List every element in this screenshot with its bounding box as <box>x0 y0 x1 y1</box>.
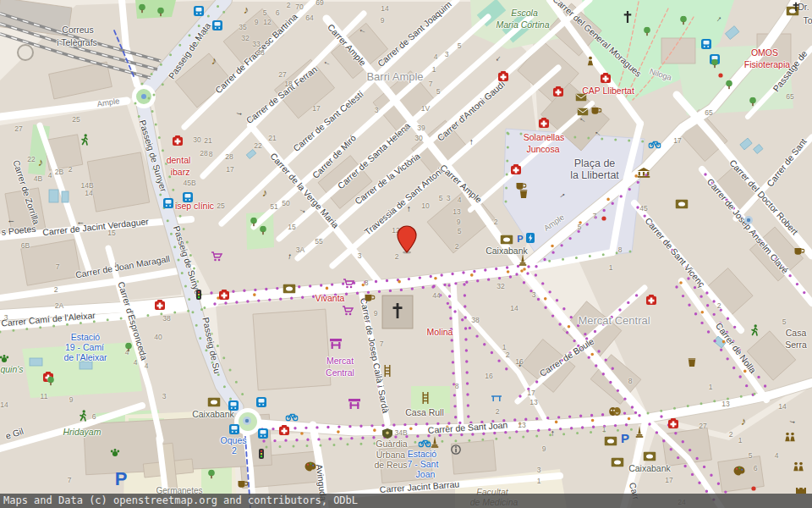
cup-icon <box>794 247 805 256</box>
house-number: 9 <box>457 218 461 226</box>
house-number: 2 <box>69 166 73 174</box>
house-number: 39 <box>417 124 425 132</box>
house-number: 8 <box>455 383 459 390</box>
house-number: 1 <box>537 478 541 485</box>
bus-icon <box>701 39 711 49</box>
house-number: 2 <box>729 431 733 439</box>
place-label: Joan <box>416 470 436 479</box>
street-label: Carrer d'Espronceda <box>117 280 149 361</box>
house-number: 9 <box>381 17 385 25</box>
place-label: Fisioterapia <box>744 60 790 69</box>
pharmacy-icon <box>668 418 679 429</box>
house-number: 4B <box>34 175 42 183</box>
place-label: Oques <box>221 436 247 445</box>
house-number: 21 <box>268 135 276 142</box>
house-number: 3 <box>375 107 379 114</box>
house-number: 4 <box>434 53 438 61</box>
street-label: Carrer Camí de l'Aleixar <box>1 311 96 328</box>
street-label: Passeig de Mata <box>167 21 211 80</box>
cup-icon <box>591 107 602 115</box>
house-number: 6B <box>21 242 30 250</box>
pharmacy-icon <box>155 300 166 311</box>
place-label: Hridayam <box>63 428 102 437</box>
traffic-icon <box>196 290 201 300</box>
house-number: 3 <box>162 393 167 400</box>
oneway-arrow-icon: → <box>466 138 475 146</box>
house-number: 25 <box>217 202 224 210</box>
place-label: CAP Llibertat <box>582 86 634 96</box>
location-marker[interactable] <box>396 225 418 257</box>
cart-icon <box>343 279 354 290</box>
street-label: Carrer de Miró <box>310 133 357 179</box>
atm-icon <box>644 452 656 461</box>
museum-icon <box>638 168 650 178</box>
bus-icon <box>183 192 193 202</box>
place-label: Caixabank <box>486 246 528 256</box>
street-label: Carrer del General Moragues <box>551 0 644 79</box>
tree-icon <box>125 343 133 352</box>
house-number: 3 <box>537 467 541 474</box>
house-number: 5 <box>458 228 462 235</box>
house-number: 44 <box>432 292 440 300</box>
map-canvas[interactable]: AmplePasseig de MataCarrer de Francesc B… <box>0 0 812 508</box>
palette-icon <box>733 466 745 476</box>
house-number: 2 <box>287 2 291 9</box>
street-label: Carrer de Nolla <box>714 321 757 374</box>
street-label: Carrer de Josep Cailà i Sardà <box>359 297 391 414</box>
oneway-arrow-icon: → <box>787 416 798 426</box>
street-label: Passeig de Sunyer <box>138 119 168 192</box>
house-number: 30 <box>193 136 200 144</box>
house-number: 50 <box>282 200 289 207</box>
place-label: Caixabank <box>192 410 234 419</box>
house-number: 16 <box>485 373 492 380</box>
pharmacy-icon <box>553 86 564 97</box>
house-number: 55 <box>315 238 322 246</box>
house-number: 13 <box>721 400 729 408</box>
tree-icon <box>680 16 688 25</box>
house-number: 34B <box>394 429 407 437</box>
fountain-icon <box>243 417 252 426</box>
dotred-icon <box>718 73 723 78</box>
house-number: 35 <box>239 24 246 31</box>
traffic-icon <box>259 449 264 459</box>
house-number: 8 <box>365 279 369 287</box>
house-number: 14B <box>80 182 93 190</box>
street-label: Carrer de la Verge Maria <box>269 152 341 229</box>
place-label: Casa <box>786 329 807 338</box>
house-number: 1 <box>602 426 606 433</box>
marker-pin-icon <box>398 226 416 252</box>
street-label: e Gil <box>4 427 25 441</box>
bus-icon <box>163 198 173 208</box>
atm-icon <box>501 235 513 245</box>
runner-icon <box>80 134 90 146</box>
house-number: 15 <box>107 229 115 237</box>
house-number: 21 <box>204 137 211 145</box>
tree-icon <box>139 4 146 14</box>
ladder-icon <box>422 392 429 404</box>
runner-icon <box>749 324 760 336</box>
dotred-icon <box>601 216 606 221</box>
street-label: Carrer de Sant Joaquim <box>376 0 453 69</box>
cup-icon <box>516 182 527 190</box>
house-number: 9 <box>69 396 74 404</box>
house-number: 38 <box>162 315 170 323</box>
house-number: 11 <box>41 393 48 400</box>
street-label: Niloga <box>649 67 673 81</box>
place-label: Mercat Central <box>578 315 650 326</box>
house-number: 15 <box>288 224 295 231</box>
house-number: 6 <box>92 413 96 421</box>
house-number: 3A <box>296 246 304 254</box>
house-number: 27 <box>699 422 706 430</box>
house-number: 28 <box>200 150 207 157</box>
place-label: Maria Cortina <box>496 20 549 30</box>
police-icon <box>382 428 392 439</box>
street-label: Carrer Ample <box>326 23 367 68</box>
ladder-icon <box>384 365 391 377</box>
house-number: 65 <box>786 93 793 101</box>
place-label: 7 - Sant <box>408 460 439 469</box>
paw-icon <box>110 448 120 457</box>
oneway-arrow-icon: → <box>112 261 121 269</box>
place-label: Escola <box>511 8 538 18</box>
house-number: 14 <box>778 403 786 411</box>
house-number: 22 <box>254 142 261 150</box>
